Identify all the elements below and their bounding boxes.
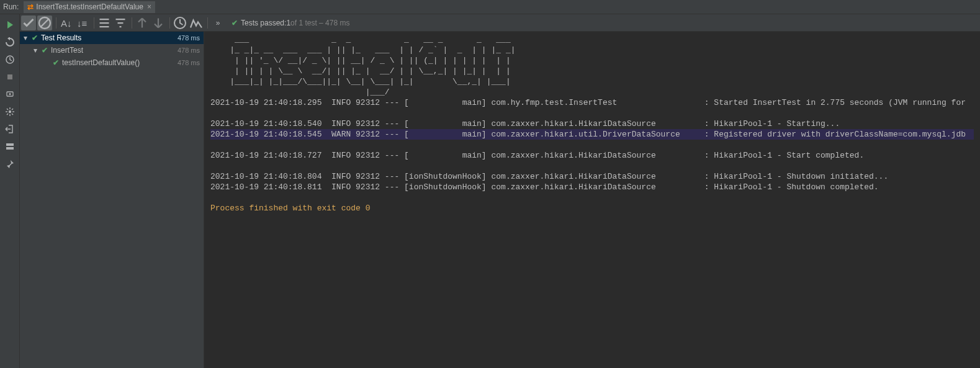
- tree-test-time: 478 ms: [178, 59, 200, 66]
- toolbar-separator: [94, 17, 94, 29]
- settings-button[interactable]: [2, 104, 18, 120]
- test-history-button[interactable]: [173, 16, 187, 30]
- rerun-failed-button[interactable]: [2, 34, 18, 50]
- toolbar-separator: [169, 17, 170, 29]
- prev-failed-button[interactable]: [135, 16, 150, 30]
- run-label: Run:: [3, 2, 19, 11]
- show-ignored-toggle[interactable]: [37, 16, 52, 30]
- svg-marker-0: [7, 21, 13, 29]
- layout-button[interactable]: [2, 138, 18, 155]
- svg-line-17: [41, 19, 48, 27]
- svg-point-4: [9, 93, 11, 95]
- test-tree: ▾ ✔ Test Results 478 ms ▾ ✔ InsertTest 4…: [20, 32, 204, 368]
- console-output[interactable]: ___ _ _ _ __ _ _ ___ |_ _|_ __ ___ ___ |…: [204, 32, 980, 368]
- check-icon: ✔: [42, 46, 48, 55]
- expand-all-button[interactable]: [97, 16, 112, 30]
- svg-text:A↓: A↓: [61, 18, 72, 29]
- pin-button[interactable]: [2, 156, 18, 172]
- show-passed-toggle[interactable]: [21, 16, 36, 30]
- next-failed-button[interactable]: [151, 16, 166, 30]
- run-tab-bar: Run: ⇄ InsertTest.testInsertDefaultValue…: [0, 0, 980, 14]
- check-icon: ✔: [232, 19, 238, 27]
- tree-test-label: testInsertDefaultValue(): [62, 58, 178, 67]
- check-icon: ✔: [32, 34, 38, 42]
- run-config-name: InsertTest.testInsertDefaultValue: [36, 2, 143, 11]
- left-gutter: [0, 14, 20, 368]
- status-passed-count: 1: [286, 19, 290, 27]
- tree-suite[interactable]: ▾ ✔ InsertTest 478 ms: [20, 44, 204, 56]
- run-config-icon: ⇄: [27, 2, 34, 11]
- toggle-auto-test-button[interactable]: [2, 52, 18, 68]
- svg-point-5: [8, 110, 11, 113]
- close-icon[interactable]: ×: [147, 2, 151, 11]
- dump-threads-button[interactable]: [2, 86, 18, 102]
- sort-alpha-button[interactable]: A↓: [59, 16, 74, 30]
- collapse-all-button[interactable]: [113, 16, 128, 30]
- toolbar-separator: [56, 17, 56, 29]
- run-config-tab[interactable]: ⇄ InsertTest.testInsertDefaultValue ×: [24, 1, 155, 13]
- test-toolbar: A↓ ↓≡: [20, 14, 980, 32]
- svg-rect-2: [7, 74, 12, 79]
- content: A↓ ↓≡: [20, 14, 980, 368]
- status-passed-suffix: of 1 test – 478 ms: [290, 19, 349, 27]
- main-area: A↓ ↓≡: [0, 14, 980, 368]
- tree-root-label: Test Results: [41, 34, 178, 42]
- import-tests-button[interactable]: [189, 16, 204, 30]
- svg-line-10: [7, 109, 8, 110]
- exit-button[interactable]: [2, 121, 18, 137]
- tree-root[interactable]: ▾ ✔ Test Results 478 ms: [20, 32, 204, 44]
- svg-line-13: [12, 109, 13, 110]
- toolbar-separator: [207, 17, 208, 29]
- chevron-down-icon: ▾: [24, 34, 30, 42]
- svg-rect-15: [6, 147, 14, 150]
- svg-line-11: [12, 114, 13, 115]
- tree-suite-label: InsertTest: [51, 46, 178, 55]
- check-icon: ✔: [53, 58, 59, 67]
- sort-duration-button[interactable]: ↓≡: [75, 16, 90, 30]
- rerun-button[interactable]: [2, 17, 18, 33]
- svg-text:↓≡: ↓≡: [77, 18, 88, 29]
- more-button[interactable]: »: [210, 16, 225, 30]
- tree-root-time: 478 ms: [178, 34, 200, 42]
- tree-test[interactable]: ✔ testInsertDefaultValue() 478 ms: [20, 56, 204, 69]
- status-passed-prefix: Tests passed:: [241, 19, 286, 27]
- split-panel: ▾ ✔ Test Results 478 ms ▾ ✔ InsertTest 4…: [20, 32, 980, 368]
- svg-line-12: [7, 114, 8, 115]
- test-status: ✔ Tests passed: 1 of 1 test – 478 ms: [232, 19, 349, 27]
- toolbar-separator: [132, 17, 132, 29]
- svg-rect-14: [6, 143, 14, 146]
- chevron-down-icon: ▾: [34, 46, 40, 55]
- tree-suite-time: 478 ms: [178, 47, 200, 54]
- stop-button[interactable]: [2, 69, 18, 85]
